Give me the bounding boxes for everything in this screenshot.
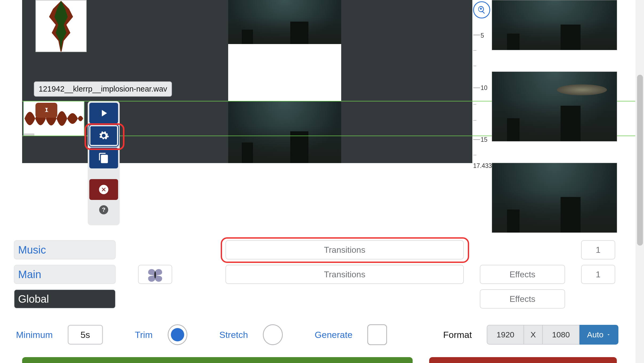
format-label: Format [443,330,472,340]
copy-button[interactable] [89,148,118,168]
audio-clip-waveform-top[interactable] [35,0,87,52]
track-label-global[interactable]: Global [14,289,116,309]
gear-icon [98,130,109,141]
frame-thumb-2[interactable] [492,72,617,141]
pin-button[interactable] [35,103,57,118]
generate-toggle[interactable] [367,324,387,345]
vertical-scrollbar-thumb[interactable] [637,75,643,246]
format-width-input[interactable] [487,325,524,345]
clip-filename-label: 121942__klerrp__implosion-near.wav [34,81,172,97]
preview-strip-top [228,0,341,44]
trim-label: Trim [135,330,153,340]
close-circle-icon [98,184,109,195]
svg-point-0 [154,271,156,278]
transitions-button-main[interactable]: Transitions [226,265,464,284]
ruler-tick-10: 10 [481,84,488,92]
delete-button[interactable] [89,179,118,200]
play-button[interactable] [89,103,118,124]
minimum-label: Minimum [16,330,53,340]
settings-button[interactable] [89,125,118,146]
ruler-tick-15: 15 [481,136,488,143]
butterfly-icon [147,266,163,282]
transitions-button-music[interactable]: Transitions [226,240,464,259]
format-auto-dropdown[interactable]: Auto [579,325,618,345]
generate-label: Generate [315,330,353,340]
preview-strip-bottom [228,101,341,163]
copy-icon [98,152,109,164]
track-label-music[interactable]: Music [14,240,116,259]
caret-down-icon [606,332,611,337]
clip-action-popover: ? [88,101,120,225]
preview-gap [228,44,341,101]
format-height-input[interactable] [542,325,579,345]
trim-toggle[interactable] [168,324,187,345]
format-x-label: X [524,325,542,345]
track-label-main[interactable]: Main [14,265,116,284]
play-icon [98,108,109,119]
bottom-action-green[interactable] [22,357,413,363]
count-box-main[interactable]: 1 [581,265,615,284]
stretch-label: Stretch [219,330,248,340]
help-button[interactable]: ? [99,205,108,214]
vertical-scrollbar-track[interactable] [635,0,644,363]
count-box-music[interactable]: 1 [581,240,615,259]
stretch-toggle[interactable] [263,324,283,345]
frame-thumb-3[interactable] [492,163,617,233]
auto-label: Auto [587,330,603,339]
minimum-input[interactable] [68,325,103,345]
effects-button-global[interactable]: Effects [480,289,565,309]
effects-button-main[interactable]: Effects [480,265,565,284]
ruler-tick-end: 17.433 [473,162,492,169]
frame-thumb-1[interactable] [492,0,617,50]
zoom-in-button[interactable] [473,1,490,18]
bottom-action-red[interactable] [429,357,617,363]
ruler-tick-5: 5 [481,32,484,39]
zoom-in-icon [477,5,486,14]
main-clip-thumb[interactable] [138,265,172,284]
